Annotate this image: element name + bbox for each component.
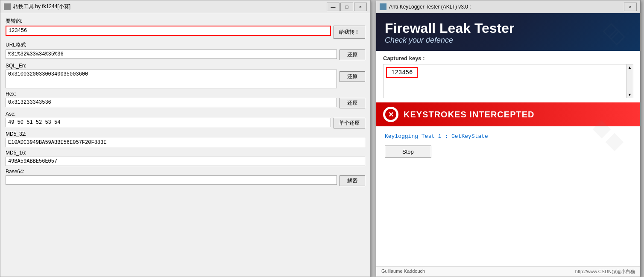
- left-window: 转换工具 by fk1244[小葵] — □ × 要转的: 给我转！ URL格式…: [0, 0, 371, 277]
- md5-32-label: MD5_32:: [6, 131, 365, 137]
- sql-label: SQL_En:: [6, 63, 365, 69]
- close-button[interactable]: ×: [354, 3, 367, 11]
- hex-input[interactable]: [6, 98, 337, 107]
- x-icon: ✕: [385, 109, 396, 120]
- asc-restore-button[interactable]: 单个还原: [334, 118, 365, 128]
- left-window-title: 转换工具 by fk1244[小葵]: [13, 3, 327, 10]
- asc-label: Asc:: [6, 111, 365, 117]
- window-controls: — □ ×: [327, 3, 367, 11]
- right-close-button[interactable]: ×: [624, 3, 637, 11]
- intercepted-text: KEYSTROKES INTERCEPTED: [404, 110, 534, 120]
- md5-16-section: MD5_16:: [6, 150, 365, 166]
- diamond-decoration: [597, 17, 632, 51]
- aklt-header: Firewall Leak Tester Check your defence: [376, 13, 640, 51]
- sql-row: 0x310032003300340035003600 还原: [6, 70, 365, 88]
- test-section: Keylogging Test 1 : GetKeyState Stop: [376, 126, 640, 165]
- md5-16-label: MD5_16:: [6, 150, 365, 156]
- url-row: 还原: [6, 50, 365, 60]
- url-section: URL格式 还原: [6, 41, 365, 60]
- md5-16-row: [6, 157, 365, 166]
- intercepted-icon: ✕: [383, 107, 398, 122]
- aklt-icon: [380, 3, 386, 10]
- base64-label: Base64:: [6, 169, 365, 175]
- svg-rect-3: [606, 133, 624, 151]
- right-window: Anti-KeyLogger Tester (AKLT) v3.0 : × Fi…: [376, 0, 641, 277]
- right-title-bar: Anti-KeyLogger Tester (AKLT) v3.0 : ×: [376, 0, 640, 13]
- base64-row: 解密: [6, 175, 365, 186]
- asc-input[interactable]: [6, 118, 331, 127]
- input-section: 要转的: 给我转！: [6, 17, 365, 39]
- right-window-title: Anti-KeyLogger Tester (AKLT) v3.0 :: [389, 4, 624, 10]
- captured-section: Captured keys : 123456 ▲ ▼: [376, 51, 640, 102]
- base64-section: Base64: 解密: [6, 169, 365, 186]
- scroll-up-arrow[interactable]: ▲: [627, 64, 632, 70]
- sql-section: SQL_En: 0x310032003300340035003600 还原: [6, 63, 365, 88]
- minimize-button[interactable]: —: [327, 3, 340, 11]
- hex-restore-button[interactable]: 还原: [340, 98, 365, 108]
- url-label: URL格式: [6, 41, 365, 49]
- svg-rect-1: [609, 29, 624, 44]
- footer-author: Guillaume Kaddouch: [381, 268, 425, 275]
- input-label: 要转的:: [6, 17, 365, 25]
- md5-32-row: [6, 138, 365, 147]
- captured-scrollbar[interactable]: ▲ ▼: [626, 64, 633, 98]
- sql-input[interactable]: 0x310032003300340035003600: [6, 70, 337, 88]
- captured-label: Captured keys :: [383, 55, 633, 61]
- main-input[interactable]: [6, 26, 331, 36]
- convert-button[interactable]: 给我转！: [334, 26, 365, 39]
- left-title-bar: 转换工具 by fk1244[小葵] — □ ×: [0, 0, 370, 13]
- url-input[interactable]: [6, 50, 337, 59]
- header-title: Firewall Leak Tester: [385, 21, 632, 36]
- md5-16-input[interactable]: [6, 157, 365, 166]
- left-window-content: 要转的: 给我转！ URL格式 还原 SQL_En: 0x31003200330…: [0, 13, 370, 277]
- base64-input[interactable]: [6, 175, 337, 185]
- footer-bar: Guillaume Kaddouch http://www.CSDN@追小白猫: [376, 266, 640, 277]
- asc-row: 单个还原: [6, 118, 365, 128]
- scroll-down-arrow[interactable]: ▼: [627, 92, 632, 98]
- md5-32-section: MD5_32:: [6, 131, 365, 147]
- app-icon: [4, 3, 11, 10]
- stop-button[interactable]: Stop: [385, 146, 431, 158]
- input-row: 给我转！: [6, 26, 365, 39]
- watermark-diamonds: [589, 117, 632, 160]
- header-subtitle: Check your defence: [385, 36, 632, 45]
- maximize-button[interactable]: □: [340, 3, 353, 11]
- hex-label: Hex:: [6, 91, 365, 97]
- hex-section: Hex: 还原: [6, 91, 365, 108]
- captured-keys-box: 123456 ▲ ▼: [383, 64, 633, 98]
- svg-rect-2: [593, 120, 611, 138]
- hex-row: 还原: [6, 98, 365, 108]
- captured-keys-value: 123456: [386, 67, 418, 78]
- footer-url: http://www.CSDN@追小白猫: [575, 268, 635, 275]
- sql-restore-button[interactable]: 还原: [340, 71, 365, 82]
- asc-section: Asc: 单个还原: [6, 111, 365, 128]
- url-restore-button[interactable]: 还原: [340, 50, 365, 60]
- md5-32-input[interactable]: [6, 138, 365, 147]
- base64-decrypt-button[interactable]: 解密: [340, 175, 365, 186]
- svg-rect-0: [603, 24, 618, 39]
